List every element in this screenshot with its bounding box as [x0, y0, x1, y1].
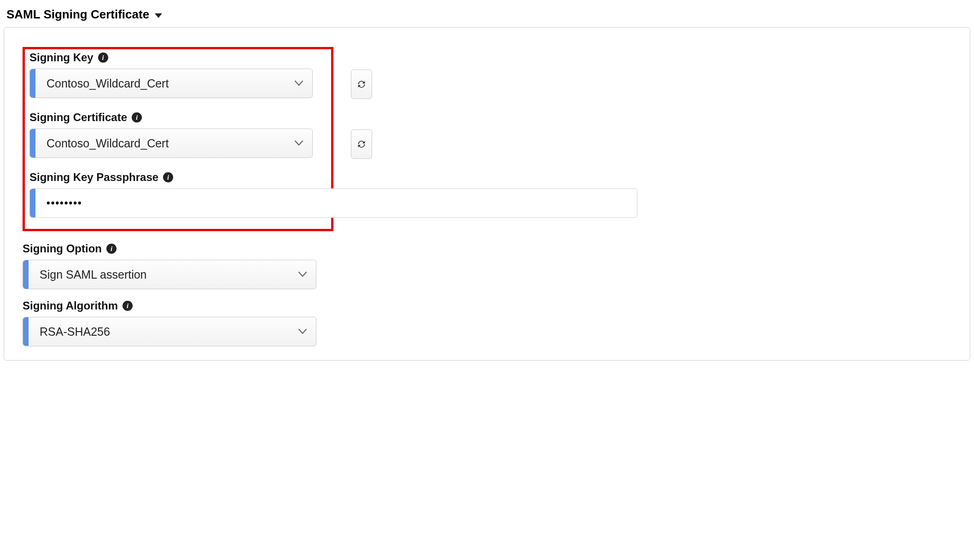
- chevron-down-icon: [155, 13, 162, 18]
- signing-key-passphrase-value: ••••••••: [35, 197, 637, 209]
- signing-option-select[interactable]: Sign SAML assertion: [23, 260, 316, 289]
- field-indicator-bar: [23, 260, 29, 289]
- signing-key-field: Signing Key i Contoso_Wildcard_Cert: [29, 51, 327, 98]
- signing-certificate-field: Signing Certificate i Contoso_Wildcard_C…: [29, 111, 327, 158]
- signing-option-label: Signing Option: [23, 242, 102, 255]
- chevron-down-icon: [295, 81, 312, 86]
- chevron-down-icon: [298, 272, 316, 277]
- signing-key-passphrase-field: Signing Key Passphrase i ••••••••: [29, 171, 327, 218]
- chevron-down-icon: [295, 140, 312, 146]
- signing-certificate-label-row: Signing Certificate i: [29, 111, 327, 124]
- signing-certificate-refresh-button[interactable]: [351, 129, 372, 159]
- signing-key-select[interactable]: Contoso_Wildcard_Cert: [29, 69, 313, 98]
- signing-key-label: Signing Key: [29, 51, 93, 64]
- signing-option-label-row: Signing Option i: [23, 242, 951, 255]
- signing-key-passphrase-label-row: Signing Key Passphrase i: [29, 171, 327, 184]
- section-title: SAML Signing Certificate: [6, 7, 149, 22]
- info-icon[interactable]: i: [122, 301, 133, 311]
- signing-key-passphrase-label: Signing Key Passphrase: [29, 171, 158, 184]
- info-icon[interactable]: i: [106, 244, 117, 254]
- highlight-region: Signing Key i Contoso_Wildcard_Cert: [23, 47, 333, 231]
- info-icon[interactable]: i: [163, 172, 173, 182]
- field-indicator-bar: [30, 189, 35, 217]
- section-header[interactable]: SAML Signing Certificate: [4, 4, 970, 23]
- saml-signing-panel: Signing Key i Contoso_Wildcard_Cert: [4, 27, 970, 361]
- field-indicator-bar: [30, 69, 35, 98]
- signing-algorithm-select[interactable]: RSA-SHA256: [23, 317, 316, 346]
- signing-certificate-label: Signing Certificate: [29, 111, 127, 124]
- signing-algorithm-label: Signing Algorithm: [23, 299, 118, 312]
- signing-key-label-row: Signing Key i: [29, 51, 327, 64]
- signing-key-value: Contoso_Wildcard_Cert: [35, 77, 295, 90]
- info-icon[interactable]: i: [132, 112, 142, 122]
- signing-certificate-select[interactable]: Contoso_Wildcard_Cert: [29, 128, 313, 158]
- field-indicator-bar: [23, 317, 29, 346]
- info-icon[interactable]: i: [98, 52, 108, 63]
- signing-option-value: Sign SAML assertion: [29, 268, 298, 281]
- signing-option-field: Signing Option i Sign SAML assertion: [23, 242, 951, 289]
- signing-key-refresh-button[interactable]: [351, 70, 372, 99]
- refresh-icon: [356, 79, 367, 89]
- refresh-icon: [356, 139, 367, 149]
- signing-algorithm-field: Signing Algorithm i RSA-SHA256: [23, 299, 951, 346]
- signing-algorithm-value: RSA-SHA256: [29, 325, 298, 338]
- signing-algorithm-label-row: Signing Algorithm i: [23, 299, 951, 312]
- signing-certificate-value: Contoso_Wildcard_Cert: [35, 137, 295, 150]
- field-indicator-bar: [30, 129, 35, 158]
- signing-key-passphrase-input[interactable]: ••••••••: [29, 188, 637, 218]
- chevron-down-icon: [298, 329, 316, 334]
